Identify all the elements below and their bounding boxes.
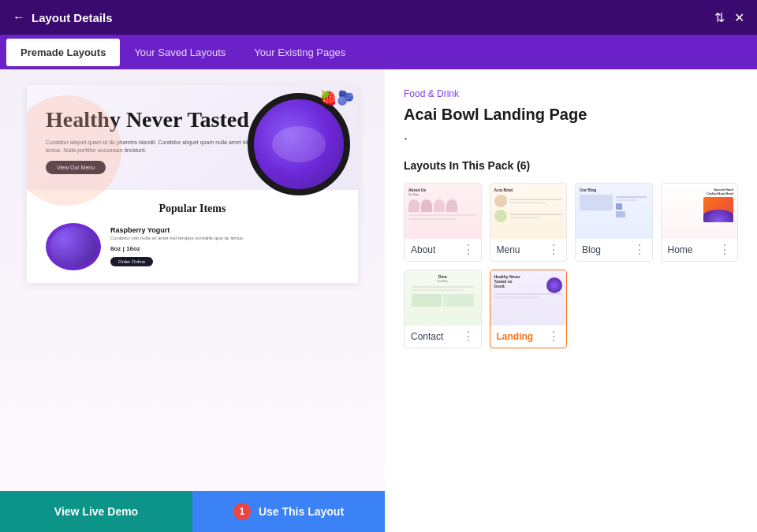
layout-label-row-contact: Contact ⋮ — [405, 326, 481, 348]
mock-item-img — [46, 223, 101, 270]
preview-footer: View Live Demo 1 Use This Layout — [0, 491, 385, 532]
header: ← Layout Details ⇅ ✕ — [0, 0, 757, 35]
close-icon[interactable]: ✕ — [734, 10, 744, 25]
header-icons: ⇅ ✕ — [714, 10, 744, 25]
layout-label-row-blog: Blog ⋮ — [576, 239, 652, 261]
layout-dots-menu[interactable]: ⋮ — [547, 244, 560, 256]
layout-card-home[interactable]: Special HandCrafted Acai Bowl Home ⋮ — [661, 183, 739, 262]
view-live-demo-button[interactable]: View Live Demo — [0, 491, 192, 532]
layout-label-blog: Blog — [582, 244, 601, 255]
mock-bowl — [248, 93, 350, 195]
layout-thumb-home: Special HandCrafted Acai Bowl — [662, 184, 738, 239]
info-panel: Food & Drink Acai Bowl Landing Page . La… — [385, 69, 757, 532]
mock-item-size: 8oz | 16oz — [110, 245, 339, 252]
layout-label-home: Home — [668, 244, 693, 255]
layout-badge: 1 — [233, 503, 251, 520]
reorder-icon[interactable]: ⇅ — [714, 10, 725, 25]
layout-label-menu: Menu — [497, 244, 520, 255]
layout-card-blog[interactable]: Our Blog Blog — [575, 183, 653, 262]
category-tag: Food & Drink — [404, 88, 738, 99]
mock-popular-title: Popular Items — [46, 203, 339, 215]
main-content: Healthy Never Tasted so Good. Curabitur … — [0, 69, 757, 532]
layout-dots-contact[interactable]: ⋮ — [462, 330, 475, 343]
layout-label-about: About — [411, 244, 435, 255]
layout-label-row-about: About ⋮ — [405, 239, 481, 261]
layout-label-row-landing: Landing ⋮ — [490, 326, 567, 348]
tab-saved-layouts[interactable]: Your Saved Layouts — [120, 39, 240, 66]
layout-label-row-menu: Menu ⋮ — [490, 239, 567, 261]
layouts-grid-top: About Us Our Story About ⋮ — [404, 183, 738, 262]
layout-card-menu[interactable]: Acai Bowl — [490, 183, 568, 262]
layout-label-landing: Landing — [497, 331, 534, 342]
layout-card-contact[interactable]: Dine Our Menu Contact — [404, 270, 482, 348]
mock-page: Healthy Never Tasted so Good. Curabitur … — [27, 85, 358, 283]
pack-dot: . — [404, 127, 738, 143]
layout-thumb-contact: Dine Our Menu — [405, 270, 481, 326]
layout-label-contact: Contact — [411, 331, 443, 342]
layout-thumb-landing: Healthy NeverTasted soGood. — [490, 270, 567, 326]
layout-thumb-about: About Us Our Story — [405, 184, 481, 239]
mock-fruits: 🍓🫐 — [319, 89, 354, 106]
tab-existing-pages[interactable]: Your Existing Pages — [240, 39, 360, 66]
layout-dots-blog[interactable]: ⋮ — [633, 244, 646, 256]
mock-item-btn: Order Online — [110, 257, 153, 266]
header-left: ← Layout Details — [13, 10, 113, 24]
header-title: Layout Details — [32, 11, 113, 24]
mock-hero: Healthy Never Tasted so Good. Curabitur … — [27, 85, 358, 190]
layout-thumb-menu: Acai Bowl — [490, 184, 567, 239]
preview-panel: Healthy Never Tasted so Good. Curabitur … — [0, 69, 385, 532]
mock-item-text: Raspberry Yogurt Curabitur non nulla sit… — [110, 226, 339, 266]
pack-title: Acai Bowl Landing Page — [404, 106, 738, 124]
preview-image: Healthy Never Tasted so Good. Curabitur … — [0, 69, 385, 491]
tabs-bar: Premade Layouts Your Saved Layouts Your … — [0, 35, 757, 69]
layout-dots-landing[interactable]: ⋮ — [547, 330, 560, 343]
mock-item-row: Raspberry Yogurt Curabitur non nulla sit… — [46, 223, 339, 270]
mock-item-name: Raspberry Yogurt — [110, 226, 339, 234]
layout-thumb-blog: Our Blog — [576, 184, 652, 239]
layout-card-landing[interactable]: Healthy NeverTasted soGood. Landing ⋮ — [490, 270, 568, 348]
layouts-grid-bottom: Dine Our Menu Contact — [404, 270, 738, 348]
mock-item-desc: Curabitur non nulla sit amet nisl tempus… — [110, 236, 339, 242]
tab-premade[interactable]: Premade Layouts — [6, 39, 120, 66]
layout-dots-about[interactable]: ⋮ — [462, 244, 475, 256]
use-this-layout-button[interactable]: 1 Use This Layout — [192, 491, 385, 532]
layout-card-about[interactable]: About Us Our Story About ⋮ — [404, 183, 482, 262]
layout-dots-home[interactable]: ⋮ — [718, 244, 731, 256]
layouts-heading: Layouts In This Pack (6) — [404, 159, 738, 172]
layout-label-row-home: Home ⋮ — [662, 239, 738, 261]
mock-bowl-container: 🍓🫐 — [248, 93, 350, 195]
back-icon[interactable]: ← — [13, 10, 25, 24]
